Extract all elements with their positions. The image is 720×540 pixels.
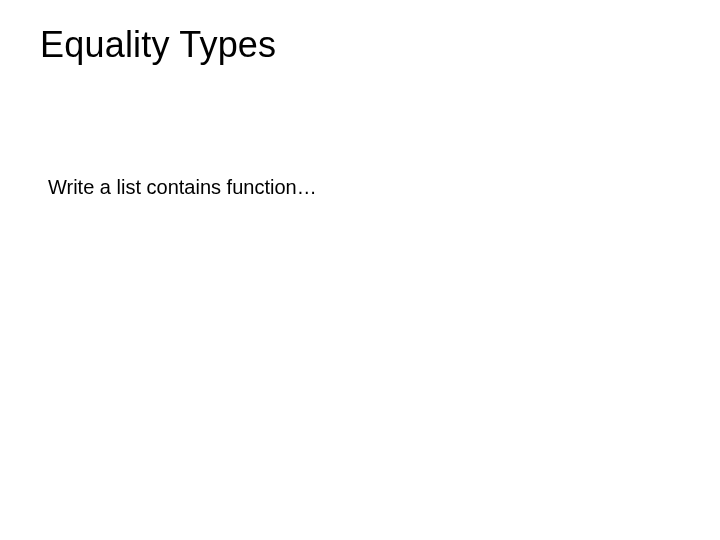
slide: Equality Types Write a list contains fun… [0,0,720,540]
slide-title: Equality Types [40,24,680,66]
slide-body-text: Write a list contains function… [48,176,680,199]
